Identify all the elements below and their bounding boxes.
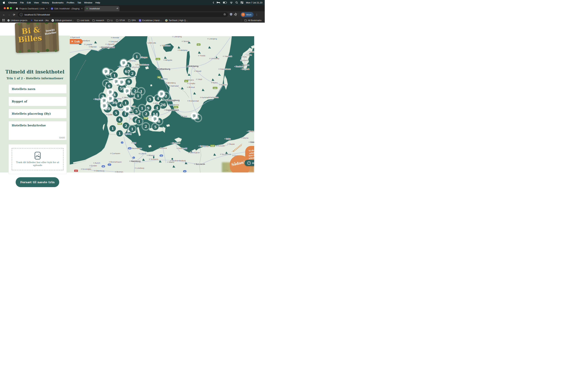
menu-window[interactable]: Window — [82, 1, 94, 4]
tab-2[interactable]: UEdit: Insekthotel - (Staging) C✕ — [49, 6, 84, 11]
bookmark-ll[interactable]: LL — [106, 19, 114, 22]
cluster-marker-2[interactable]: 2 — [143, 123, 149, 130]
menu-edit[interactable]: Edit — [25, 1, 32, 4]
cluster-marker-5[interactable]: 5 — [133, 108, 140, 114]
map-label-visby: Visby — [241, 56, 247, 58]
cluster-marker-9[interactable]: 9 — [145, 105, 152, 111]
reload-icon[interactable]: ⟳ — [12, 13, 17, 16]
new-tab-button[interactable]: + — [115, 6, 120, 11]
wifi-icon[interactable] — [230, 1, 233, 4]
address-bar[interactable]: i localhost:5173/insekthotel — [18, 12, 228, 17]
browser-toolbar: ← → ⟳ i localhost:5173/insekthotel T Wor… — [0, 11, 265, 18]
battery-icon[interactable] — [223, 1, 227, 3]
insect-hotel-flower-marker[interactable] — [152, 115, 158, 122]
cluster-marker-1[interactable]: 1 — [111, 72, 118, 78]
insect-hotel-flower-marker[interactable] — [158, 91, 165, 97]
insect-hotels-map[interactable]: EgersundFlekkefjordLyngdalMandalKristian… — [70, 36, 254, 172]
menu-history[interactable]: History — [40, 1, 51, 4]
insect-hotel-flower-marker[interactable] — [101, 102, 108, 109]
cluster-marker-1[interactable]: 1 — [129, 126, 135, 132]
profile-chip[interactable]: T Work — [241, 12, 253, 17]
map-label-frederikshavn: Frederikshavn — [136, 64, 149, 66]
site-info-icon[interactable]: i — [20, 13, 23, 16]
insect-hotel-flower-marker[interactable] — [107, 95, 114, 102]
folder-icon — [128, 19, 131, 22]
bookmark-dpa[interactable]: DPA — [127, 19, 137, 22]
menu-profiles[interactable]: Profiles — [65, 1, 76, 4]
browser-menu-icon[interactable]: ⋮ — [256, 13, 258, 16]
privacy-shield-icon[interactable] — [230, 13, 232, 17]
road-badge-29: 29 — [102, 165, 105, 168]
tab-1[interactable]: UProjects Dashboard | Umbrac✕ — [14, 6, 49, 11]
cluster-marker-1[interactable]: 1 — [136, 118, 142, 125]
apple-logo-icon[interactable] — [3, 1, 5, 4]
menu-view[interactable]: View — [32, 1, 40, 4]
forward-icon[interactable]: → — [6, 13, 12, 16]
cluster-marker-1[interactable]: 1 — [109, 125, 116, 132]
search-icon[interactable] — [235, 1, 238, 4]
insect-hotel-flower-marker[interactable] — [107, 89, 114, 95]
bookmark-stuk[interactable]: STUK — [114, 19, 127, 22]
cluster-marker-5[interactable]: 5 — [152, 124, 159, 130]
menu-tab[interactable]: Tab — [76, 1, 83, 4]
back-icon[interactable]: ← — [1, 13, 6, 16]
menu-chrome[interactable]: Chrome — [7, 1, 19, 4]
hotel-location-field[interactable] — [8, 109, 67, 118]
cluster-marker-4[interactable]: 4 — [116, 116, 123, 123]
bookmark-tanstack-high-q-[interactable]: 🌴TanStack | High Q… — [164, 19, 189, 22]
bed-icon[interactable] — [217, 1, 220, 4]
all-bookmarks-button[interactable]: All Bookmarks — [243, 19, 263, 22]
map-label-aurich: Aurich — [94, 162, 100, 164]
close-tab-icon[interactable]: ✕ — [46, 7, 48, 10]
chevron-left-icon[interactable] — [213, 1, 214, 4]
extensions-puzzle-icon[interactable] — [234, 13, 237, 17]
hotel-description-field[interactable] — [9, 121, 67, 140]
cluster-marker-1[interactable]: 1 — [122, 100, 129, 106]
cluster-marker-1[interactable]: 1 — [133, 53, 140, 60]
cluster-marker-1[interactable]: 1 — [139, 105, 145, 112]
clover-favicon — [86, 7, 88, 10]
cluster-marker-1[interactable]: 1 — [116, 130, 123, 137]
zoom-window-button[interactable] — [10, 7, 12, 9]
apps-grid-icon[interactable] — [2, 19, 5, 22]
insect-hotel-flower-marker[interactable] — [118, 79, 125, 86]
insect-hotel-flower-marker[interactable] — [124, 105, 131, 112]
menu-help[interactable]: Help — [94, 1, 102, 4]
close-map-button[interactable]: ✕ Luk — [70, 39, 82, 44]
image-dropzone[interactable]: Træk dit billeder her eller tryk for at … — [12, 148, 63, 170]
cluster-marker-5[interactable]: 5 — [113, 110, 119, 116]
cluster-marker-6[interactable]: 6 — [106, 83, 112, 89]
bookmark-umbraco-projects[interactable]: UUmbraco projects — [6, 19, 29, 22]
insect-hotel-flower-marker[interactable] — [103, 68, 109, 75]
cluster-marker-9[interactable]: 9 — [126, 78, 132, 85]
menu-file[interactable]: File — [19, 1, 25, 4]
bookmark-github-gormxenvi-[interactable]: GGIthub gormxenvi… — [50, 19, 75, 22]
insect-hotel-flower-marker[interactable] — [120, 59, 127, 66]
insect-hotel-flower-marker[interactable] — [124, 88, 131, 95]
insect-hotel-flower-marker[interactable] — [191, 113, 198, 119]
cluster-marker-2[interactable]: 2 — [143, 111, 149, 117]
menu-bookmarks[interactable]: Bookmarks — [51, 1, 65, 4]
close-window-button[interactable] — [4, 7, 6, 9]
bookmark-excalidraw-hand-[interactable]: XExcalidraw | Hand-… — [137, 19, 164, 22]
cluster-marker-2[interactable]: 2 — [123, 122, 129, 129]
tab-3[interactable]: Insekthotel✕ — [84, 6, 119, 11]
bookmark-cool-tools[interactable]: cool tools — [76, 19, 91, 22]
map-label-karlskrona: Karlskrona — [208, 96, 218, 98]
help-button[interactable]: ? Help — [245, 160, 254, 166]
bookmark-star-icon[interactable] — [223, 13, 226, 16]
cluster-marker-2[interactable]: 2 — [129, 70, 136, 77]
hotel-name-field[interactable] — [8, 84, 67, 94]
control-center-icon[interactable] — [241, 1, 243, 4]
cluster-marker-1[interactable]: 1 — [135, 93, 141, 99]
close-tab-icon[interactable]: ✕ — [81, 7, 83, 10]
cluster-marker-5[interactable]: 5 — [147, 96, 153, 103]
image-upload-card: Træk dit billeder her eller tryk for at … — [8, 144, 67, 172]
built-by-field[interactable] — [8, 97, 67, 106]
logo-tagline: Insekt Hoteller — [44, 28, 57, 36]
bookmark-your-work-jira[interactable]: ✕Your work - Jira — [29, 19, 50, 22]
map-label-falköping: Falköping — [178, 49, 188, 51]
page-title: Tilmeld dit insekthotel — [0, 69, 70, 75]
minimize-window-button[interactable] — [7, 7, 9, 9]
bookmark-research[interactable]: research — [91, 19, 106, 22]
